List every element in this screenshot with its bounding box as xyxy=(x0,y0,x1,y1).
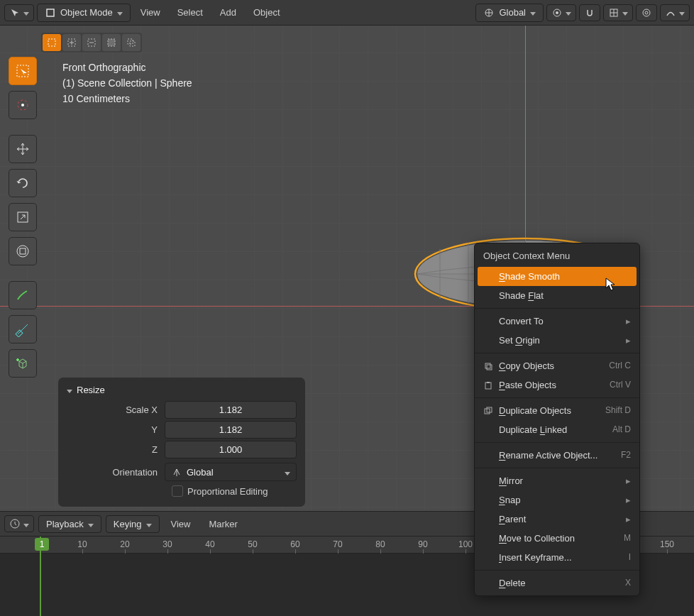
top-header: Object Mode View Select Add Object Globa… xyxy=(0,0,694,26)
select-intersect[interactable] xyxy=(122,34,141,51)
ctx-rename-active-object-[interactable]: Rename Active Object...F2 xyxy=(475,446,639,465)
ctx-paste-objects[interactable]: Paste ObjectsCtrl V xyxy=(475,375,639,395)
add-cube-tool[interactable] xyxy=(9,349,37,378)
ctx-set-origin[interactable]: Set Origin▸ xyxy=(475,331,639,350)
keying-menu[interactable]: Keying xyxy=(106,515,160,533)
orientation-label: Orientation xyxy=(67,467,165,478)
select-box-tool[interactable] xyxy=(9,57,37,85)
select-invert[interactable] xyxy=(102,34,121,51)
orientation-label: Global xyxy=(499,7,526,18)
select-set[interactable] xyxy=(43,34,61,51)
shortcut: M xyxy=(624,532,631,544)
scale-z-label: Z xyxy=(67,444,165,455)
annotate-tool[interactable] xyxy=(9,281,37,309)
ruler-mark: 30 xyxy=(163,539,172,549)
select-extend[interactable] xyxy=(62,34,81,51)
operator-panel: Resize Scale X 1.182 Y 1.182 Z 1.000 Ori… xyxy=(58,378,305,507)
label: Shade Smooth xyxy=(499,270,560,282)
ctx-move-to-collection[interactable]: Move to CollectionM xyxy=(475,529,639,548)
timeline-editor-button[interactable] xyxy=(4,515,34,532)
label: Rename Active Object... xyxy=(499,449,597,461)
scale-y-field[interactable]: 1.182 xyxy=(165,421,297,439)
proportional-label: Proportional Editing xyxy=(187,486,268,497)
dup-icon xyxy=(483,406,499,416)
cursor-tool[interactable] xyxy=(9,91,37,119)
ruler-mark: 50 xyxy=(248,539,257,549)
ctx-parent[interactable]: Parent▸ xyxy=(475,510,639,529)
chevron-down-icon xyxy=(285,467,290,478)
snap-options[interactable] xyxy=(603,4,633,21)
proportional-icon xyxy=(641,7,652,18)
shortcut: Ctrl V xyxy=(610,379,631,391)
select-subtract[interactable] xyxy=(82,34,101,51)
label: Delete xyxy=(499,577,526,589)
scale-z-field[interactable]: 1.000 xyxy=(165,441,297,458)
playhead-frame[interactable]: 1 xyxy=(35,538,49,551)
ctx-duplicate-linked[interactable]: Duplicate LinkedAlt D xyxy=(475,420,639,439)
ctx-duplicate-objects[interactable]: Duplicate ObjectsShift D xyxy=(475,401,639,420)
playback-menu[interactable]: Playback xyxy=(38,515,101,533)
scale-x-field[interactable]: 1.182 xyxy=(165,401,297,419)
svg-rect-25 xyxy=(485,383,491,389)
editor-type-button[interactable] xyxy=(4,4,34,21)
scale-tool[interactable] xyxy=(9,203,37,231)
menu-select[interactable]: Select xyxy=(170,4,210,21)
menu-add[interactable]: Add xyxy=(213,4,243,21)
ruler-mark: 20 xyxy=(120,539,129,549)
ctx-copy-objects[interactable]: Copy ObjectsCtrl C xyxy=(475,356,639,375)
shortcut: Ctrl C xyxy=(609,360,631,372)
ruler-mark: 70 xyxy=(333,539,342,549)
ctx-shade-flat[interactable]: Shade Flat xyxy=(475,286,639,305)
pivot-icon xyxy=(551,7,563,18)
timeline-marker[interactable]: Marker xyxy=(202,516,244,532)
move-tool[interactable] xyxy=(9,135,37,163)
panel-header[interactable]: Resize xyxy=(67,385,297,395)
separator xyxy=(475,570,639,571)
svg-point-2 xyxy=(556,11,558,14)
mode-select[interactable]: Object Mode xyxy=(37,4,131,22)
ctx-delete[interactable]: DeleteX xyxy=(475,573,639,593)
context-menu-title: Object Context Menu xyxy=(475,246,639,267)
orientation-select[interactable]: Global xyxy=(475,4,544,22)
svg-rect-20 xyxy=(16,330,23,337)
svg-point-16 xyxy=(21,104,24,106)
measure-tool[interactable] xyxy=(9,315,37,343)
ctx-snap[interactable]: Snap▸ xyxy=(475,490,639,510)
ruler-mark: 100 xyxy=(458,539,473,549)
orientation-select[interactable]: Global xyxy=(165,463,297,481)
pivot-button[interactable] xyxy=(546,4,576,21)
ctx-mirror[interactable]: Mirror▸ xyxy=(475,471,639,490)
snap-toggle[interactable] xyxy=(579,4,600,21)
mode-label: Object Mode xyxy=(60,7,113,18)
falloff-options[interactable] xyxy=(660,4,690,21)
shortcut: X xyxy=(625,577,631,589)
menu-object[interactable]: Object xyxy=(246,4,287,21)
ctx-insert-keyframe-[interactable]: Insert Keyframe...I xyxy=(475,548,639,567)
chevron-down-icon xyxy=(67,385,72,395)
proportional-checkbox[interactable] xyxy=(172,485,183,497)
orientation-value: Global xyxy=(187,467,214,478)
cursor-icon xyxy=(9,7,21,18)
timeline-view[interactable]: View xyxy=(164,516,198,532)
proportional-editing-row[interactable]: Proportional Editing xyxy=(172,485,297,497)
rotate-tool[interactable] xyxy=(9,169,37,197)
chevron-down-icon xyxy=(23,7,29,18)
view-info: Front Orthographic (1) Scene Collection … xyxy=(62,60,192,106)
svg-rect-19 xyxy=(20,248,26,254)
toolbar xyxy=(9,57,37,378)
label: Copy Objects xyxy=(499,360,554,372)
shortcut: I xyxy=(629,551,631,563)
submenu-arrow-icon: ▸ xyxy=(626,315,631,327)
shortcut: Shift D xyxy=(605,405,631,417)
ctx-shade-smooth[interactable]: Shade Smooth xyxy=(478,267,637,286)
proportional-toggle[interactable] xyxy=(636,4,657,21)
ctx-convert-to[interactable]: Convert To▸ xyxy=(475,312,639,331)
playhead[interactable]: 1 xyxy=(40,537,41,616)
scale-x-label: Scale X xyxy=(67,405,165,415)
menu-view[interactable]: View xyxy=(133,4,167,21)
ruler-mark: 10 xyxy=(77,539,87,549)
transform-tool[interactable] xyxy=(9,237,37,265)
label: Paste Objects xyxy=(499,379,556,391)
separator xyxy=(475,442,639,443)
label: Set Origin xyxy=(499,334,540,346)
